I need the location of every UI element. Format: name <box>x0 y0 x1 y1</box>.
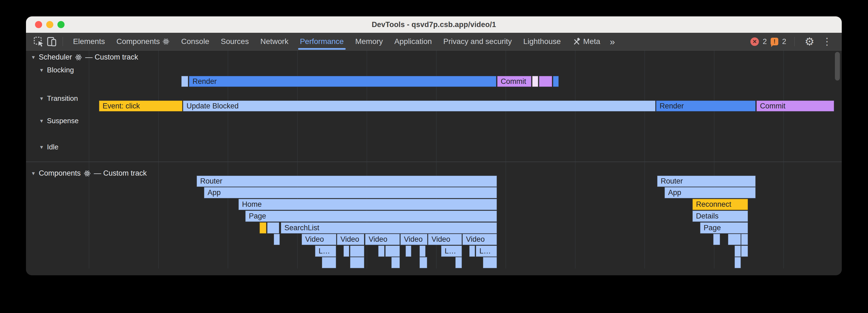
timeline-bar-page[interactable]: Page <box>700 222 748 234</box>
timeline-bar[interactable] <box>378 246 384 257</box>
timeline-bar[interactable] <box>350 257 364 268</box>
timeline-bar[interactable] <box>455 257 462 268</box>
timeline-bar-commit[interactable]: Commit <box>756 101 834 111</box>
timeline-bar-video[interactable]: Video <box>400 234 428 245</box>
tab-application[interactable]: Application <box>389 33 438 50</box>
error-badge-icon[interactable]: × <box>750 37 759 46</box>
collapse-triangle-icon[interactable]: ▼ <box>31 171 36 176</box>
collapse-triangle-icon[interactable]: ▼ <box>31 55 36 60</box>
tab-elements[interactable]: Elements <box>67 33 111 50</box>
row-name: Blocking <box>47 66 74 74</box>
timeline-bar[interactable] <box>343 246 349 257</box>
timeline-bar-app[interactable]: App <box>664 187 755 198</box>
row-name: Idle <box>47 143 59 151</box>
react-atom-icon <box>75 54 82 61</box>
track-row-suspense[interactable]: ▼ Suspense <box>39 117 79 125</box>
timeline-bar-commit[interactable]: Commit <box>497 76 531 87</box>
timeline-bar-video[interactable]: Video <box>337 234 364 245</box>
timeline-bar-home[interactable]: Home <box>239 199 497 210</box>
timeline-bar[interactable] <box>553 76 559 87</box>
collapse-triangle-icon[interactable]: ▼ <box>39 68 44 73</box>
timeline-bar[interactable] <box>728 234 741 245</box>
vertical-scrollbar-thumb[interactable] <box>835 52 840 80</box>
timeline-bar[interactable] <box>385 246 400 257</box>
timeline-bar[interactable] <box>267 222 279 234</box>
timeline-bar[interactable] <box>741 234 748 245</box>
track-header-components[interactable]: ▼ Components — Custom track <box>31 169 147 177</box>
timeline-bar[interactable] <box>735 246 741 257</box>
timeline-bar[interactable] <box>274 234 280 245</box>
collapse-triangle-icon[interactable]: ▼ <box>39 96 44 101</box>
timeline-bar[interactable] <box>322 257 336 268</box>
gridline <box>783 50 784 269</box>
timeline-bar[interactable] <box>259 222 266 234</box>
collapse-triangle-icon[interactable]: ▼ <box>39 118 44 124</box>
device-toolbar-button[interactable] <box>45 35 58 48</box>
timeline-bar-l[interactable]: L… <box>315 246 336 257</box>
tab-performance[interactable]: Performance <box>294 33 349 50</box>
track-row-blocking[interactable]: ▼ Blocking <box>39 66 74 74</box>
timeline-bar-searchlist[interactable]: SearchList <box>281 222 497 234</box>
error-count: 2 <box>763 37 767 46</box>
timeline-bar[interactable] <box>713 234 720 245</box>
tab-label: Performance <box>300 37 344 46</box>
timeline-bar[interactable] <box>735 257 741 268</box>
settings-gear-button[interactable]: ⚙ <box>803 36 816 47</box>
timeline-bar[interactable] <box>539 76 552 87</box>
timeline-bar[interactable] <box>406 246 411 257</box>
more-tabs-button[interactable]: » <box>606 36 619 47</box>
tab-console[interactable]: Console <box>175 33 215 50</box>
timeline-bar-video[interactable]: Video <box>462 234 497 245</box>
track-row-idle[interactable]: ▼ Idle <box>39 143 59 151</box>
timeline-bar-video[interactable]: Video <box>365 234 400 245</box>
timeline-bar-render[interactable]: Render <box>189 76 496 87</box>
tab-privacy-and-security[interactable]: Privacy and security <box>438 33 518 50</box>
timeline-bar[interactable] <box>391 257 400 268</box>
track-header-scheduler[interactable]: ▼ Scheduler — Custom track <box>31 53 138 62</box>
tab-label: Privacy and security <box>443 37 512 46</box>
gridline <box>575 50 576 269</box>
timeline-bar-reconnect[interactable]: Reconnect <box>692 199 748 210</box>
warning-badge-icon[interactable]: ! <box>771 38 778 45</box>
timeline-bar[interactable] <box>483 257 497 268</box>
timeline-bar-app[interactable]: App <box>204 187 497 198</box>
track-suffix: — Custom track <box>94 169 147 177</box>
toolbar-right-group: × 2 ! 2 ⚙ ⋮ <box>750 36 834 47</box>
timeline-bar-l[interactable]: L… <box>476 246 497 257</box>
timeline-bar-router[interactable]: Router <box>197 176 497 187</box>
inspect-element-button[interactable] <box>32 35 45 48</box>
zoom-window-button[interactable] <box>57 21 65 28</box>
tab-network[interactable]: Network <box>255 33 294 50</box>
timeline-bar[interactable] <box>350 246 364 257</box>
react-atom-icon <box>84 170 91 177</box>
tab-sources[interactable]: Sources <box>215 33 255 50</box>
more-options-button[interactable]: ⋮ <box>820 37 834 46</box>
timeline-bar[interactable] <box>181 76 188 87</box>
timeline-canvas[interactable]: ▼ Scheduler — Custom track ▼ Blocking ▼ … <box>26 50 842 275</box>
timeline-bar-video[interactable]: Video <box>428 234 462 245</box>
timeline-bar-render[interactable]: Render <box>656 101 755 111</box>
timeline-bar-video[interactable]: Video <box>302 234 336 245</box>
timeline-bar-router[interactable]: Router <box>657 176 755 187</box>
timeline-bar-l[interactable]: L… <box>441 246 462 257</box>
track-row-transition[interactable]: ▼ Transition <box>39 94 78 103</box>
tab-meta[interactable]: Meta <box>567 33 606 50</box>
tab-label: Meta <box>583 37 600 46</box>
timeline-bar[interactable] <box>420 246 426 257</box>
timeline-bar[interactable] <box>532 76 538 87</box>
timeline-bar-update-blocked[interactable]: Update Blocked <box>183 101 655 111</box>
tab-memory[interactable]: Memory <box>349 33 389 50</box>
timeline-bar-event-click[interactable]: Event: click <box>99 101 182 111</box>
timeline-bar[interactable] <box>420 257 427 268</box>
timeline-bar[interactable] <box>469 246 475 257</box>
collapse-triangle-icon[interactable]: ▼ <box>39 145 44 150</box>
devtools-window: DevTools - qsvd7p.csb.app/video/1 Elemen… <box>26 16 842 275</box>
timeline-bar-details[interactable]: Details <box>692 211 748 222</box>
timeline-bar[interactable] <box>741 246 748 257</box>
row-name: Suspense <box>47 117 79 125</box>
close-window-button[interactable] <box>35 21 42 28</box>
minimize-window-button[interactable] <box>46 21 53 28</box>
tab-components[interactable]: Components <box>111 33 176 50</box>
timeline-bar-page[interactable]: Page <box>245 211 497 222</box>
tab-lighthouse[interactable]: Lighthouse <box>518 33 567 50</box>
